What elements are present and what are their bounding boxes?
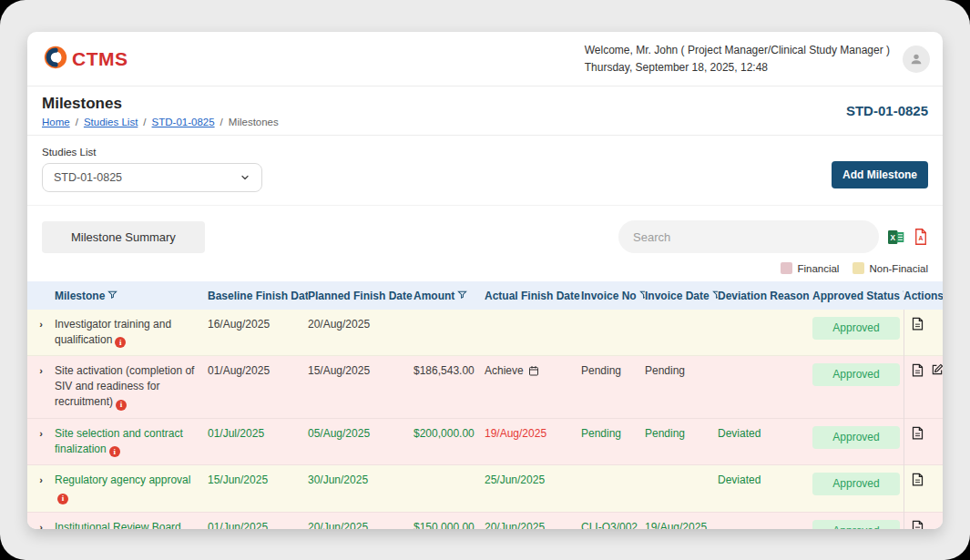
toolbar-row: Milestone Summary X A	[27, 220, 943, 253]
info-icon[interactable]: i	[57, 494, 68, 504]
filter-icon[interactable]	[457, 290, 467, 300]
breadcrumb-current: Milestones	[229, 117, 279, 127]
milestone-name: Investigator training and qualification	[55, 318, 171, 346]
breadcrumb-home[interactable]: Home	[42, 117, 70, 127]
approved-status-badge: Approved	[812, 363, 900, 386]
invoice-no	[581, 310, 645, 356]
invoice-no-link[interactable]: CLI-Q3/002	[581, 521, 638, 529]
table-row: › Site selection and contract finalizati…	[27, 418, 943, 465]
info-icon[interactable]: i	[115, 337, 126, 348]
invoice-date: 19/Aug/2025	[645, 512, 718, 529]
page-title: Milestones	[42, 95, 279, 113]
view-document-icon[interactable]	[912, 473, 924, 491]
ctms-logo: CTMS	[42, 44, 128, 75]
studies-list-select[interactable]: STD-01-0825	[42, 163, 262, 192]
filter-icon[interactable]	[107, 290, 117, 300]
title-row: Milestones Home / Studies List / STD-01-…	[27, 87, 943, 136]
breadcrumb: Home / Studies List / STD-01-0825 / Mile…	[42, 117, 279, 127]
info-icon[interactable]: i	[109, 446, 120, 457]
table-row: › Site activation (completion of SIV and…	[27, 356, 943, 419]
invoice-date	[645, 310, 718, 356]
table-row: › Regulatory agency approvali 15/Jun/202…	[27, 465, 943, 513]
planned-column-header: Planned Finish Date	[308, 281, 414, 310]
welcome-user: Welcome, Mr. John ( Project Manager/Clin…	[585, 42, 890, 59]
person-icon	[909, 52, 924, 66]
controls-row: Studies List STD-01-0825 Add Milestone	[27, 136, 943, 206]
add-milestone-button[interactable]: Add Milestone	[832, 161, 928, 188]
deviation-reason	[718, 356, 812, 419]
table-legend: Financial Non-Finacial	[27, 253, 943, 281]
baseline-date: 01/Aug/2025	[208, 356, 308, 419]
info-icon[interactable]: i	[116, 400, 127, 411]
invoice-no	[581, 465, 645, 513]
table-row: › Institutional Review Board (IRB) appro…	[27, 512, 943, 529]
row-expand-chevron[interactable]: ›	[39, 428, 43, 439]
table-header-row: Milestone Baseline Finish Date Planned F…	[27, 281, 943, 310]
actual-column-header: Actual Finish Date	[485, 281, 581, 310]
actual-date: 19/Aug/2025	[485, 418, 581, 465]
amount-column-header: Amount	[414, 281, 485, 310]
approved-status-badge: Approved	[812, 317, 900, 340]
non-financial-legend-label: Non-Finacial	[869, 263, 928, 274]
row-expand-chevron[interactable]: ›	[39, 522, 43, 529]
export-pdf-icon[interactable]: A	[914, 229, 928, 245]
milestone-name: Institutional Review Board (IRB) approva…	[55, 521, 181, 529]
financial-legend-label: Financial	[797, 263, 839, 274]
table-row: › Investigator training and qualificatio…	[27, 310, 943, 356]
view-document-icon[interactable]	[912, 317, 924, 335]
row-expand-chevron[interactable]: ›	[39, 365, 43, 376]
breadcrumb-separator: /	[76, 117, 78, 127]
invoice-date: Pending	[645, 418, 718, 465]
view-document-icon[interactable]	[912, 520, 924, 529]
planned-date: 20/Aug/2025	[308, 310, 414, 356]
amount	[414, 310, 485, 356]
milestones-table: Milestone Baseline Finish Date Planned F…	[27, 281, 943, 529]
welcome-block: Welcome, Mr. John ( Project Manager/Clin…	[585, 42, 890, 76]
milestone-name: Regulatory agency approval	[55, 473, 190, 486]
approved-status-badge: Approved	[812, 473, 900, 495]
breadcrumb-separator: /	[220, 117, 223, 127]
amount: $186,543.00	[414, 356, 485, 419]
ctms-logo-icon	[42, 44, 69, 75]
calendar-icon[interactable]	[528, 366, 539, 379]
milestone-column-header: Milestone	[55, 281, 208, 310]
search-input[interactable]	[618, 220, 879, 253]
actual-date: 20/Jun/2025	[485, 512, 581, 529]
deviation-reason	[718, 512, 812, 529]
amount	[414, 465, 485, 513]
row-expand-chevron[interactable]: ›	[39, 474, 43, 485]
invoice-date: Pending	[645, 356, 718, 419]
breadcrumb-separator: /	[143, 117, 146, 127]
milestone-summary-tab[interactable]: Milestone Summary	[42, 221, 205, 253]
user-avatar[interactable]	[903, 46, 930, 73]
studies-list-label: Studies List	[42, 147, 262, 158]
welcome-datetime: Thursday, September 18, 2025, 12:48	[585, 59, 890, 76]
financial-swatch	[781, 262, 792, 274]
breadcrumb-study[interactable]: STD-01-0825	[152, 117, 215, 127]
baseline-column-header: Baseline Finish Date	[208, 281, 308, 310]
breadcrumb-studies-list[interactable]: Studies List	[84, 117, 138, 127]
baseline-date: 01/Jun/2025	[208, 512, 308, 529]
view-document-icon[interactable]	[912, 363, 924, 382]
actions-column-header: Actions	[904, 281, 943, 310]
actual-date: Achieve	[485, 364, 524, 377]
page-background: CTMS Welcome, Mr. John ( Project Manager…	[0, 0, 970, 560]
svg-text:A: A	[919, 235, 924, 241]
row-expand-chevron[interactable]: ›	[39, 319, 43, 330]
edit-icon[interactable]	[931, 363, 944, 382]
invoice-no: Pending	[581, 418, 645, 465]
amount: $150,000.00	[414, 512, 485, 529]
export-excel-icon[interactable]: X	[888, 229, 904, 245]
main-card: CTMS Welcome, Mr. John ( Project Manager…	[27, 32, 943, 529]
deviation-reason: Deviated	[718, 418, 812, 465]
studies-list-selected-value: STD-01-0825	[54, 171, 122, 184]
approved-status-badge: Approved	[812, 520, 900, 529]
view-document-icon[interactable]	[912, 426, 924, 444]
invoice-date-column-header: Invoice Date	[645, 281, 718, 310]
deviation-reason: Deviated	[718, 465, 812, 513]
study-id-label: STD-01-0825	[846, 103, 928, 118]
amount: $200,000.00	[414, 418, 485, 465]
chevron-down-icon	[240, 172, 250, 183]
actual-date: 25/Jun/2025	[485, 465, 581, 513]
approved-status-badge: Approved	[812, 426, 900, 449]
